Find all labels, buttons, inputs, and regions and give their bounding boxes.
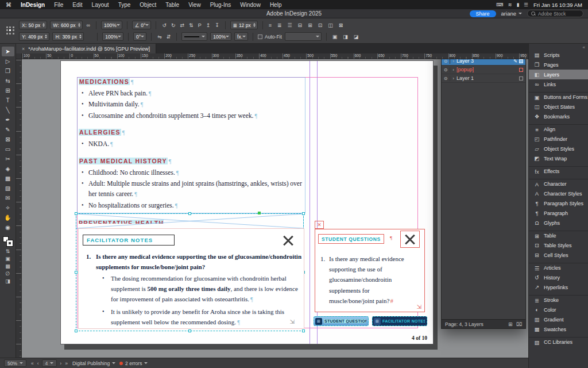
layer-selection-square[interactable]	[519, 68, 523, 72]
toolbar-mode-icon[interactable]: ◨	[5, 279, 10, 284]
align-icon[interactable]: ⊟	[297, 22, 304, 28]
type-tool[interactable]: T	[2, 95, 14, 105]
x-position-field[interactable]: X:50 px	[19, 21, 47, 29]
menu-item[interactable]: Object	[135, 2, 161, 8]
next-page-button[interactable]: ›	[59, 361, 62, 366]
menu-bar-clock[interactable]: Fri Jan 16 10:39 AM	[533, 2, 582, 8]
panel-swatches[interactable]: ▦ Swatches	[529, 324, 588, 334]
status-icon[interactable]: ≋	[508, 2, 512, 7]
transform-icon[interactable]: ↥	[205, 22, 212, 28]
view-option-icon[interactable]: ◪	[353, 34, 360, 40]
panel-object-styles[interactable]: ▱ Object Styles	[529, 144, 588, 154]
preflight-profile[interactable]: Digital Publishing	[72, 361, 115, 366]
transform-icon[interactable]: ↻	[170, 22, 177, 28]
stroke-type-dropdown[interactable]	[181, 32, 207, 41]
pencil-tool[interactable]: ✎	[2, 125, 14, 135]
delete-layer-icon[interactable]: ⌧	[516, 321, 522, 327]
panel-paragraph[interactable]: ¶ Paragraph	[529, 208, 588, 218]
align-icon[interactable]: ≣	[276, 22, 283, 28]
gutter-field[interactable]: ≣12 px	[230, 21, 258, 29]
toolbar-mode-icon[interactable]: ⇅	[6, 249, 10, 254]
view-option-icon[interactable]: ▣	[331, 34, 339, 40]
transform-icon[interactable]: ⇄	[179, 22, 186, 28]
gradient-feather-tool[interactable]: ▨	[2, 183, 14, 193]
dock-collapse-icon[interactable]: «	[529, 45, 588, 50]
flip-icon[interactable]: ⇋	[156, 34, 163, 40]
panel-gradient[interactable]: ▥ Gradient	[529, 315, 588, 324]
apple-menu-icon[interactable]: ⌘	[6, 2, 11, 8]
flip-icon[interactable]: ⇵	[165, 34, 172, 40]
rectangle-frame-tool[interactable]: ⊠	[2, 135, 14, 144]
note-tool[interactable]: ✉	[2, 193, 14, 203]
menu-item[interactable]: File	[49, 2, 68, 8]
zoom-level-field[interactable]: 50%	[4, 359, 26, 367]
view-option-icon[interactable]: ◨	[342, 34, 349, 40]
share-button[interactable]: Share	[470, 10, 496, 17]
layer-row[interactable]: ⊙ › [popup] ✎	[442, 66, 525, 74]
content-collector-tool[interactable]: ⊞	[2, 86, 14, 95]
transform-icon[interactable]: ↧	[214, 22, 220, 28]
gradient-swatch-tool[interactable]: ▩	[2, 174, 14, 183]
rotation-angle-field[interactable]: ∠0°	[132, 21, 152, 29]
menu-item[interactable]: View	[184, 2, 206, 8]
resize-handle-icon[interactable]: ⇲	[290, 319, 295, 325]
resize-handle-icon[interactable]: ⇲	[417, 304, 421, 310]
panel-articles[interactable]: ☰ Articles	[529, 263, 588, 273]
visibility-eye-icon[interactable]: ⊙	[442, 76, 450, 81]
panel-cell-styles[interactable]: ⊟ Cell Styles	[529, 250, 588, 260]
gap-tool[interactable]: ⇆	[2, 76, 14, 86]
close-icon[interactable]	[281, 233, 295, 247]
visibility-eye-icon[interactable]: ⊙	[442, 67, 450, 72]
panel-effects[interactable]: fx Effects	[529, 166, 588, 176]
status-icon[interactable]: ▮	[517, 2, 520, 7]
line-tool[interactable]: ╲	[2, 105, 14, 115]
fill-stroke-swatches[interactable]	[2, 236, 14, 247]
last-page-button[interactable]: »	[64, 361, 68, 366]
layer-selection-square[interactable]	[519, 76, 523, 80]
status-icon[interactable]: ⌨	[496, 2, 503, 7]
height-field[interactable]: H:309 px	[52, 32, 84, 41]
panel-links[interactable]: ∞ Links	[529, 79, 588, 89]
selection-handle[interactable]	[75, 212, 78, 215]
toolbar-mode-icon[interactable]: ∅	[6, 271, 10, 277]
menu-item[interactable]: Edit	[68, 2, 87, 8]
panel-align[interactable]: ≡ Align	[529, 124, 588, 134]
align-icon[interactable]: ⊠	[338, 22, 345, 28]
selection-handle[interactable]	[75, 271, 78, 274]
selection-handle[interactable]	[302, 329, 305, 332]
menu-item[interactable]: Window	[235, 2, 265, 8]
panel-color[interactable]: ◐ Color	[529, 305, 588, 315]
rectangle-tool[interactable]: ▭	[2, 144, 14, 154]
scale-y-field[interactable]: 100%	[102, 32, 123, 41]
panel-table-styles[interactable]: ⊡ Table Styles	[529, 240, 588, 250]
shear-angle-field[interactable]: 0°	[133, 32, 146, 41]
constrain-proportions-icon[interactable]: ∞	[86, 22, 91, 28]
selection-tool[interactable]: ➤	[2, 47, 14, 56]
close-icon[interactable]	[403, 232, 417, 246]
layer-selection-square[interactable]	[519, 59, 523, 63]
selection-handle[interactable]	[302, 212, 305, 215]
direct-selection-tool[interactable]: ▷	[2, 56, 14, 66]
previous-page-button[interactable]: ‹	[37, 361, 40, 366]
transform-icon[interactable]: P	[197, 22, 203, 28]
align-icon[interactable]: ⊞	[307, 22, 314, 28]
panel-object-states[interactable]: ◫ Object States	[529, 102, 588, 112]
disclosure-icon[interactable]: ›	[450, 76, 457, 81]
status-icon[interactable]: ☰	[524, 2, 528, 7]
panel-paragraph-styles[interactable]: ¶ Paragraph Styles	[529, 198, 588, 208]
panel-layers[interactable]: ◧ Layers	[529, 70, 588, 79]
panel-pages[interactable]: ❐ Pages	[529, 60, 588, 70]
student-questions-popup[interactable]: STUDENT QUESTIONS ¶ 1. Is there any medi…	[315, 229, 425, 312]
facilitator-notes-popup[interactable]: FACILITATOR NOTES 1. Is there any medica…	[78, 228, 304, 329]
transform-icon[interactable]: ⇅	[188, 22, 195, 28]
scissors-tool[interactable]: ✂	[2, 154, 14, 164]
transform-icon[interactable]: ↺	[161, 22, 168, 28]
panel-scripts[interactable]: ▤ Scripts	[529, 50, 588, 60]
panel-glyphs[interactable]: Ω Glyphs	[529, 218, 588, 228]
stroke-swatch-tool[interactable]	[7, 240, 13, 246]
scale-x-field[interactable]: 100%	[101, 21, 122, 29]
menu-item[interactable]: Help	[265, 2, 287, 8]
document-tab[interactable]: × *ArohaMarupo–facilitator.indd @ 50% [G…	[16, 44, 156, 53]
page-number-field[interactable]: 4	[42, 359, 57, 367]
menu-item[interactable]: InDesign	[16, 2, 49, 8]
